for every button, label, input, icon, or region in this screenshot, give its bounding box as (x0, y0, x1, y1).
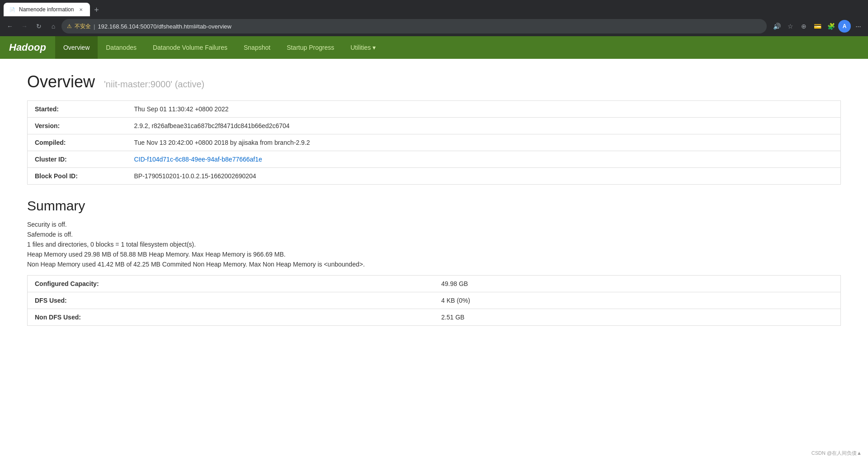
tab-favicon: 📄 (9, 6, 15, 13)
tab-title: Namenode information (19, 6, 74, 13)
nav-datanodes[interactable]: Datanodes (98, 36, 145, 59)
summary-line-3: Heap Memory used 29.98 MB of 58.88 MB He… (27, 251, 841, 258)
chevron-down-icon: ▾ (373, 44, 376, 51)
address-separator: | (94, 23, 95, 30)
home-button[interactable]: ⌂ (47, 20, 60, 33)
value-non-dfs-used: 2.51 GB (434, 309, 841, 326)
table-row: Configured Capacity: 49.98 GB (28, 276, 841, 292)
label-configured-capacity: Configured Capacity: (28, 276, 434, 292)
address-url: 192.168.56.104:50070/dfshealth.html#tab-… (98, 23, 231, 30)
nav-utilities[interactable]: Utilities ▾ (342, 36, 384, 59)
value-compiled: Tue Nov 13 20:42:00 +0800 2018 by ajisak… (127, 134, 841, 151)
table-row: Compiled: Tue Nov 13 20:42:00 +0800 2018… (28, 134, 841, 151)
label-version: Version: (28, 118, 127, 134)
overview-table: Started: Thu Sep 01 11:30:42 +0800 2022 … (27, 100, 841, 185)
hadoop-logo: Hadoop (9, 42, 55, 53)
main-content: Overview 'niit-master:9000' (active) Sta… (0, 59, 868, 339)
table-row: Non DFS Used: 2.51 GB (28, 309, 841, 326)
hadoop-nav: Hadoop Overview Datanodes Datanode Volum… (0, 36, 868, 59)
nav-datanode-volume-failures[interactable]: Datanode Volume Failures (145, 36, 236, 59)
browser-extension-button[interactable]: 🧩 (825, 20, 837, 33)
label-compiled: Compiled: (28, 134, 127, 151)
security-warning: ⚠ (67, 23, 72, 29)
nav-overview[interactable]: Overview (55, 36, 98, 59)
label-cluster-id: Cluster ID: (28, 151, 127, 168)
table-row: Block Pool ID: BP-1790510201-10.0.2.15-1… (28, 168, 841, 185)
value-version: 2.9.2, r826afbeae31ca687bc2f8471dc841b66… (127, 118, 841, 134)
table-row: Started: Thu Sep 01 11:30:42 +0800 2022 (28, 101, 841, 118)
summary-section: Summary Security is off. Safemode is off… (27, 198, 841, 326)
label-non-dfs-used: Non DFS Used: (28, 309, 434, 326)
toolbar-icons: 🔊 ☆ ⊕ 💳 🧩 A ··· (770, 20, 864, 33)
summary-line-2: 1 files and directories, 0 blocks = 1 to… (27, 241, 841, 248)
summary-title: Summary (27, 198, 841, 214)
nav-startup-progress[interactable]: Startup Progress (278, 36, 342, 59)
table-row: Version: 2.9.2, r826afbeae31ca687bc2f847… (28, 118, 841, 134)
label-dfs-used: DFS Used: (28, 292, 434, 309)
address-url-text: 192.168.56.104:50070/dfshealth.html#tab-… (98, 23, 231, 30)
profile-button[interactable]: A (838, 20, 851, 33)
label-block-pool-id: Block Pool ID: (28, 168, 127, 185)
new-tab-button[interactable]: + (90, 4, 103, 16)
label-started: Started: (28, 101, 127, 118)
table-row: DFS Used: 4 KB (0%) (28, 292, 841, 309)
value-cluster-id[interactable]: CID-f104d71c-6c88-49ee-94af-b8e77666af1e (127, 151, 841, 168)
nav-snapshot[interactable]: Snapshot (236, 36, 278, 59)
security-label: 不安全 (75, 23, 91, 30)
browser-wallet-button[interactable]: 💳 (811, 20, 824, 33)
read-aloud-button[interactable]: 🔊 (770, 20, 783, 33)
summary-line-4: Non Heap Memory used 41.42 MB of 42.25 M… (27, 261, 841, 268)
address-bar-row: ← → ↻ ⌂ ⚠ 不安全 | 192.168.56.104:50070/dfs… (0, 16, 868, 36)
summary-line-0: Security is off. (27, 221, 841, 228)
summary-table: Configured Capacity: 49.98 GB DFS Used: … (27, 275, 841, 326)
collections-button[interactable]: ⊕ (797, 20, 810, 33)
value-configured-capacity: 49.98 GB (434, 276, 841, 292)
back-button[interactable]: ← (4, 20, 16, 33)
favorites-button[interactable]: ☆ (784, 20, 797, 33)
value-block-pool-id: BP-1790510201-10.0.2.15-1662002690204 (127, 168, 841, 185)
reload-button[interactable]: ↻ (33, 20, 45, 33)
cluster-id-link[interactable]: CID-f104d71c-6c88-49ee-94af-b8e77666af1e (134, 156, 262, 163)
overview-section: Overview 'niit-master:9000' (active) Sta… (27, 72, 841, 185)
browser-menu-button[interactable]: ··· (852, 20, 864, 33)
overview-title: Overview 'niit-master:9000' (active) (27, 72, 841, 91)
overview-title-text: Overview (27, 72, 95, 91)
nav-utilities-label: Utilities (350, 44, 371, 51)
tab-close-button[interactable]: ✕ (77, 6, 85, 13)
summary-line-1: Safemode is off. (27, 231, 841, 238)
table-row: Cluster ID: CID-f104d71c-6c88-49ee-94af-… (28, 151, 841, 168)
address-bar[interactable]: ⚠ 不安全 | 192.168.56.104:50070/dfshealth.h… (61, 19, 767, 33)
value-dfs-used: 4 KB (0%) (434, 292, 841, 309)
overview-subtitle: 'niit-master:9000' (active) (104, 79, 204, 89)
active-tab[interactable]: 📄 Namenode information ✕ (4, 3, 90, 16)
tab-bar: 📄 Namenode information ✕ + (0, 0, 868, 16)
forward-button[interactable]: → (18, 20, 31, 33)
value-started: Thu Sep 01 11:30:42 +0800 2022 (127, 101, 841, 118)
